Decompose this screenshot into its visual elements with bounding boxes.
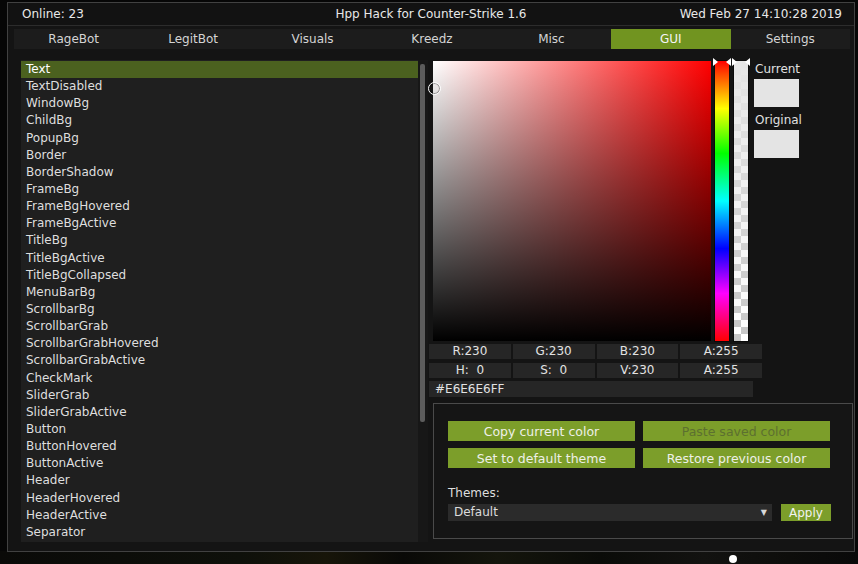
hue-slider-marker-icon (726, 58, 731, 66)
list-item-headeractive[interactable]: HeaderActive (21, 507, 418, 524)
list-item-titlebgactive[interactable]: TitleBgActive (21, 250, 418, 267)
list-item-scrollbargrabhovered[interactable]: ScrollbarGrabHovered (21, 335, 418, 352)
color-list-items: TextTextDisabledWindowBgChildBgPopupBgBo… (21, 61, 418, 541)
color-list: TextTextDisabledWindowBgChildBgPopupBgBo… (21, 60, 428, 542)
value-field[interactable]: V:230 (597, 363, 679, 378)
list-item-buttonhovered[interactable]: ButtonHovered (21, 438, 418, 455)
crosshair-dot (729, 555, 737, 563)
list-item-bordershadow[interactable]: BorderShadow (21, 164, 418, 181)
scrollbar-grab[interactable] (420, 64, 425, 422)
current-label: Current (755, 62, 800, 76)
hue-field[interactable]: H: 0 (429, 363, 511, 378)
current-swatch (754, 79, 799, 107)
themes-selected-value: Default (448, 505, 498, 519)
red-field[interactable]: R:230 (429, 344, 511, 359)
list-item-checkmark[interactable]: CheckMark (21, 370, 418, 387)
tab-misc[interactable]: Misc (492, 29, 611, 49)
tab-settings[interactable]: Settings (731, 29, 850, 49)
apply-theme-button[interactable]: Apply (781, 504, 831, 521)
list-scrollbar[interactable] (418, 60, 428, 542)
titlebar: Online: 23 Hpp Hack for Counter-Strike 1… (8, 3, 854, 26)
list-item-scrollbargrabactive[interactable]: ScrollbarGrabActive (21, 352, 418, 369)
saturation-field[interactable]: S: 0 (513, 363, 595, 378)
list-item-border[interactable]: Border (21, 147, 418, 164)
hex-field[interactable]: #E6E6E6FF (429, 381, 753, 397)
dropdown-arrow-icon: ▼ (761, 504, 767, 521)
actions-panel: Copy current color Paste saved color Set… (433, 403, 853, 539)
rgba-fields: R:230 G:230 B:230 A:255 (429, 344, 762, 359)
themes-dropdown[interactable]: Default ▼ (448, 504, 772, 521)
action-buttons: Copy current color Paste saved color Set… (448, 421, 830, 468)
list-item-titlebg[interactable]: TitleBg (21, 232, 418, 249)
list-item-menubarbg[interactable]: MenuBarBg (21, 284, 418, 301)
alpha-slider-marker-icon (732, 58, 737, 66)
list-item-textdisabled[interactable]: TextDisabled (21, 78, 418, 95)
list-item-button[interactable]: Button (21, 421, 418, 438)
hsva-fields: H: 0 S: 0 V:230 A:255 (429, 363, 762, 378)
hue-slider[interactable] (715, 61, 729, 341)
copy-current-color-button[interactable]: Copy current color (448, 421, 635, 441)
themes-label: Themes: (448, 486, 500, 500)
hack-menu-window: Online: 23 Hpp Hack for Counter-Strike 1… (7, 2, 855, 552)
green-field[interactable]: G:230 (513, 344, 595, 359)
alpha-field[interactable]: A:255 (680, 344, 762, 359)
list-item-framebgactive[interactable]: FrameBgActive (21, 215, 418, 232)
datetime: Wed Feb 27 14:10:28 2019 (680, 7, 842, 21)
hue-slider-marker-icon (713, 58, 718, 66)
alpha2-field[interactable]: A:255 (680, 363, 762, 378)
list-item-popupbg[interactable]: PopupBg (21, 130, 418, 147)
list-item-windowbg[interactable]: WindowBg (21, 95, 418, 112)
list-item-separator[interactable]: Separator (21, 524, 418, 541)
sv-cursor[interactable] (428, 82, 441, 95)
list-item-framebghovered[interactable]: FrameBgHovered (21, 198, 418, 215)
saturation-value-picker[interactable] (433, 61, 711, 341)
tab-ragebot[interactable]: RageBot (14, 29, 133, 49)
list-item-slidergrab[interactable]: SliderGrab (21, 387, 418, 404)
paste-saved-color-button[interactable]: Paste saved color (643, 421, 830, 441)
list-item-headerhovered[interactable]: HeaderHovered (21, 490, 418, 507)
original-swatch[interactable] (754, 130, 799, 158)
tab-visuals[interactable]: Visuals (253, 29, 372, 49)
tab-kreedz[interactable]: Kreedz (372, 29, 491, 49)
set-default-theme-button[interactable]: Set to default theme (448, 448, 635, 468)
list-item-slidergrabactive[interactable]: SliderGrabActive (21, 404, 418, 421)
tabbar: RageBotLegitBotVisualsKreedzMiscGUISetti… (14, 29, 850, 49)
list-item-buttonactive[interactable]: ButtonActive (21, 455, 418, 472)
tab-legitbot[interactable]: LegitBot (133, 29, 252, 49)
original-label: Original (755, 113, 802, 127)
restore-previous-color-button[interactable]: Restore previous color (643, 448, 830, 468)
alpha-slider-marker-icon (745, 58, 750, 66)
list-item-text[interactable]: Text (21, 61, 418, 78)
list-item-titlebgcollapsed[interactable]: TitleBgCollapsed (21, 267, 418, 284)
list-item-childbg[interactable]: ChildBg (21, 112, 418, 129)
alpha-slider[interactable] (734, 61, 748, 341)
blue-field[interactable]: B:230 (597, 344, 679, 359)
tab-gui[interactable]: GUI (611, 29, 730, 49)
list-item-header[interactable]: Header (21, 472, 418, 489)
list-item-framebg[interactable]: FrameBg (21, 181, 418, 198)
list-item-scrollbarbg[interactable]: ScrollbarBg (21, 301, 418, 318)
list-item-scrollbargrab[interactable]: ScrollbarGrab (21, 318, 418, 335)
